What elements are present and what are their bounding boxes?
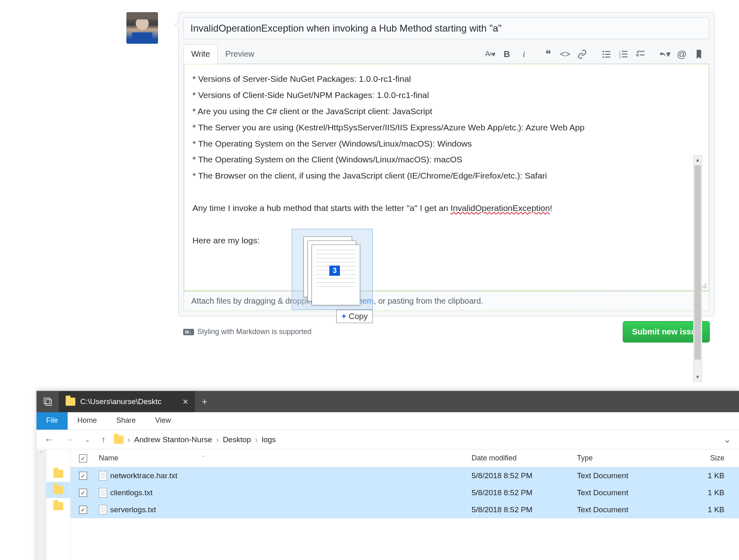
issue-title-input[interactable]: InvalidOperationException when invoking … [184, 17, 709, 39]
ribbon-view-tab[interactable]: View [145, 412, 181, 430]
chevron-right-icon[interactable]: › [216, 435, 219, 444]
editor-tabs: Write Preview AA▾ B i ❝ <> [179, 44, 714, 64]
formatting-toolbar: AA▾ B i ❝ <> 123 [484, 49, 709, 60]
nav-back-icon[interactable]: ← [41, 434, 57, 445]
column-header-size[interactable]: Size [682, 454, 739, 462]
text-document-icon [99, 505, 107, 515]
select-files-link[interactable]: selecting them [321, 296, 374, 305]
address-dropdown-icon[interactable]: ⌄ [720, 434, 734, 445]
column-header-type[interactable]: Type [577, 454, 682, 462]
add-tab-button[interactable]: + [195, 396, 214, 407]
svg-rect-8 [605, 56, 611, 57]
svg-point-5 [602, 53, 604, 55]
avatar [126, 12, 158, 44]
file-explorer-window: C:\Users\anurse\Desktc × + File Home Sha… [36, 391, 739, 560]
select-all-checkbox[interactable]: ✓ [79, 454, 87, 462]
explorer-nav: ← → ⌄ ↑ › Andrew Stanton-Nurse › Desktop… [36, 430, 739, 449]
markdown-badge-icon: M↓ [183, 329, 194, 335]
vertical-scrollbar[interactable]: ▲▼ [693, 155, 702, 382]
svg-rect-4 [605, 51, 611, 52]
svg-rect-15 [640, 51, 645, 51]
nav-forward-icon[interactable]: → [62, 434, 77, 445]
explorer-tree [46, 449, 70, 560]
bookmark-icon[interactable] [693, 49, 705, 60]
svg-rect-19 [46, 400, 51, 405]
file-row[interactable]: ✓ serverlogs.txt 5/8/2018 8:52 PM Text D… [70, 501, 739, 518]
tree-item[interactable] [46, 498, 70, 514]
spellcheck-underline: InvalidOperationException [451, 203, 550, 213]
row-checkbox[interactable]: ✓ [79, 472, 87, 480]
text-document-icon [99, 488, 107, 498]
svg-rect-16 [636, 54, 638, 56]
ordered-list-icon[interactable]: 123 [618, 49, 629, 60]
nav-up-icon[interactable]: ↑ [98, 434, 109, 445]
mention-icon[interactable]: @ [676, 49, 688, 60]
svg-rect-10 [622, 51, 628, 51]
code-icon[interactable]: <> [560, 49, 571, 60]
chevron-right-icon[interactable]: › [255, 435, 258, 444]
ribbon-file-tab[interactable]: File [36, 412, 68, 430]
bold-icon[interactable]: B [501, 49, 513, 60]
svg-rect-1 [132, 32, 152, 44]
tab-write[interactable]: Write [184, 44, 218, 64]
column-header-name[interactable]: Nameˆ [96, 454, 472, 462]
svg-text:3: 3 [619, 55, 621, 58]
tree-item[interactable] [46, 482, 70, 498]
svg-point-7 [602, 56, 604, 58]
breadcrumb-segment[interactable]: Andrew Stanton-Nurse [134, 435, 212, 444]
attach-hint: Attach files by dragging & dropping, sel… [184, 291, 709, 311]
row-checkbox[interactable]: ✓ [79, 489, 87, 497]
sort-ascending-icon: ˆ [203, 456, 204, 461]
explorer-column-headers: ✓ Nameˆ Date modified Type Size [70, 449, 739, 467]
quote-icon[interactable]: ❝ [543, 49, 554, 60]
tree-scrollbar[interactable]: ˆ [36, 449, 46, 560]
svg-rect-2 [126, 12, 158, 19]
svg-rect-12 [622, 53, 628, 54]
reply-icon[interactable]: ▾ [659, 49, 671, 60]
text-document-icon [99, 471, 107, 481]
nav-history-dropdown-icon[interactable]: ⌄ [82, 437, 93, 443]
italic-icon[interactable]: i [518, 49, 530, 60]
ribbon-home-tab[interactable]: Home [68, 412, 107, 430]
svg-rect-18 [44, 398, 50, 404]
svg-rect-14 [622, 56, 628, 57]
column-header-date[interactable]: Date modified [472, 454, 577, 462]
chevron-right-icon[interactable]: › [128, 435, 130, 444]
issue-body-textarea[interactable]: * Versions of Server-Side NuGet Packages… [184, 64, 709, 291]
folder-icon [114, 436, 124, 444]
markdown-hint[interactable]: M↓ Styling with Markdown is supported [183, 328, 312, 336]
file-row[interactable]: ✓ networktrace.har.txt 5/8/2018 8:52 PM … [70, 467, 739, 484]
file-row[interactable]: ✓ clientlogs.txt 5/8/2018 8:52 PM Text D… [70, 484, 739, 501]
ribbon-share-tab[interactable]: Share [107, 412, 145, 430]
task-list-icon[interactable] [635, 49, 646, 60]
explorer-multitask-icon[interactable] [36, 391, 59, 412]
breadcrumb-segment[interactable]: logs [262, 435, 276, 444]
svg-point-3 [602, 51, 604, 52]
comment-box: InvalidOperationException when invoking … [178, 12, 715, 316]
svg-rect-17 [640, 54, 645, 55]
resize-handle-icon[interactable] [701, 283, 707, 289]
explorer-ribbon: File Home Share View [36, 412, 739, 430]
text-size-icon[interactable]: AA▾ [484, 49, 496, 60]
folder-icon [66, 398, 75, 406]
tab-preview[interactable]: Preview [218, 44, 262, 64]
close-tab-icon[interactable]: × [183, 396, 188, 407]
tree-item[interactable] [46, 466, 70, 482]
link-icon[interactable] [577, 49, 588, 60]
github-issue-form: InvalidOperationException when invoking … [0, 0, 739, 347]
unordered-list-icon[interactable] [601, 49, 612, 60]
row-checkbox[interactable]: ✓ [79, 506, 87, 514]
explorer-tab[interactable]: C:\Users\anurse\Desktc × [59, 391, 195, 412]
address-bar[interactable]: › Andrew Stanton-Nurse › Desktop › logs [114, 435, 276, 444]
svg-rect-6 [605, 54, 611, 55]
breadcrumb-segment[interactable]: Desktop [223, 435, 251, 444]
